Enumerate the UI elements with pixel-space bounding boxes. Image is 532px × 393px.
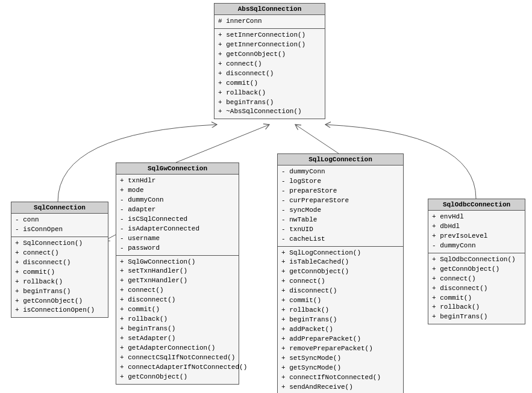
sql-gw-connection-methods: + SqlGwConnection() + setTxnHandler() + … <box>116 256 239 384</box>
diagram-container: AbsSqlConnection # innerConn + setInnerC… <box>0 0 532 393</box>
sql-odbc-connection-methods: + SqlOdbcConnection() + getConnObject() … <box>428 253 525 324</box>
abs-sql-connection-attrs: # innerConn <box>214 15 325 29</box>
sql-odbc-connection-attrs: + envHdl + dbHdl + prevIsoLevel - dummyC… <box>428 211 525 253</box>
abs-sql-connection-title: AbsSqlConnection <box>214 4 325 15</box>
sql-odbc-connection-title: SqlOdbcConnection <box>428 199 525 211</box>
abs-sql-connection-class: AbsSqlConnection # innerConn + setInnerC… <box>214 3 325 119</box>
sql-connection-attrs: - conn - isConnOpen <box>11 214 108 237</box>
sql-log-connection-attrs: - dummyConn - logStore - prepareStore - … <box>278 166 403 247</box>
sql-log-connection-methods: + SqlLogConnection() + isTableCached() +… <box>278 247 403 394</box>
sql-odbc-connection-class: SqlOdbcConnection + envHdl + dbHdl + pre… <box>428 199 525 324</box>
sql-connection-methods: + SqlConnection() + connect() + disconne… <box>11 237 108 318</box>
abs-sql-connection-methods: + setInnerConnection() + getInnerConnect… <box>214 29 325 119</box>
sql-gw-connection-class: SqlGwConnection + txnHdlr + mode - dummy… <box>116 162 239 385</box>
sql-connection-title: SqlConnection <box>11 202 108 214</box>
sql-log-connection-title: SqlLogConnection <box>278 154 403 166</box>
sql-gw-connection-title: SqlGwConnection <box>116 163 239 175</box>
sql-log-connection-class: SqlLogConnection - dummyConn - logStore … <box>277 153 404 393</box>
svg-line-1 <box>295 125 339 153</box>
sql-connection-class: SqlConnection - conn - isConnOpen + SqlC… <box>11 202 108 318</box>
svg-line-0 <box>176 125 269 162</box>
sql-gw-connection-attrs: + txnHdlr + mode - dummyConn - adapter -… <box>116 175 239 256</box>
